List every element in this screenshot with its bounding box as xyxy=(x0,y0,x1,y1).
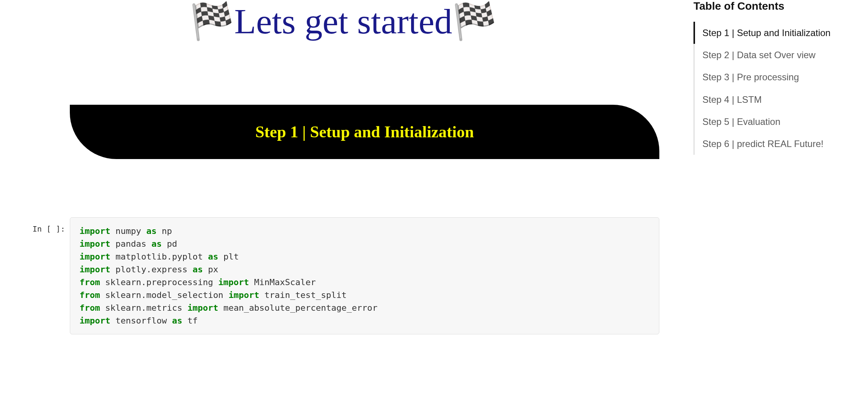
step-banner: Step 1 | Setup and Initialization xyxy=(70,105,659,159)
toc-item-2[interactable]: Step 2 | Data set Over view xyxy=(693,44,856,66)
page-title: 🏁Lets get started🏁 xyxy=(0,0,686,43)
step-banner-label: Step 1 | Setup and Initialization xyxy=(255,123,474,141)
toc-sidebar: Table of Contents Step 1 | Setup and Ini… xyxy=(693,0,868,155)
toc-item-5[interactable]: Step 5 | Evaluation xyxy=(693,111,856,133)
toc-item-3[interactable]: Step 3 | Pre processing xyxy=(693,66,856,88)
main-content: 🏁Lets get started🏁 Step 1 | Setup and In… xyxy=(0,0,686,334)
toc-list: Step 1 | Setup and InitializationStep 2 … xyxy=(693,22,856,155)
toc-title: Table of Contents xyxy=(693,0,856,12)
toc-item-1[interactable]: Step 1 | Setup and Initialization xyxy=(693,22,856,44)
cell-prompt: In [ ]: xyxy=(27,217,70,234)
code-input[interactable]: import numpy as np import pandas as pd i… xyxy=(70,217,659,334)
code-cell: In [ ]: import numpy as np import pandas… xyxy=(27,217,659,334)
toc-item-4[interactable]: Step 4 | LSTM xyxy=(693,88,856,111)
toc-item-6[interactable]: Step 6 | predict REAL Future! xyxy=(693,133,856,155)
